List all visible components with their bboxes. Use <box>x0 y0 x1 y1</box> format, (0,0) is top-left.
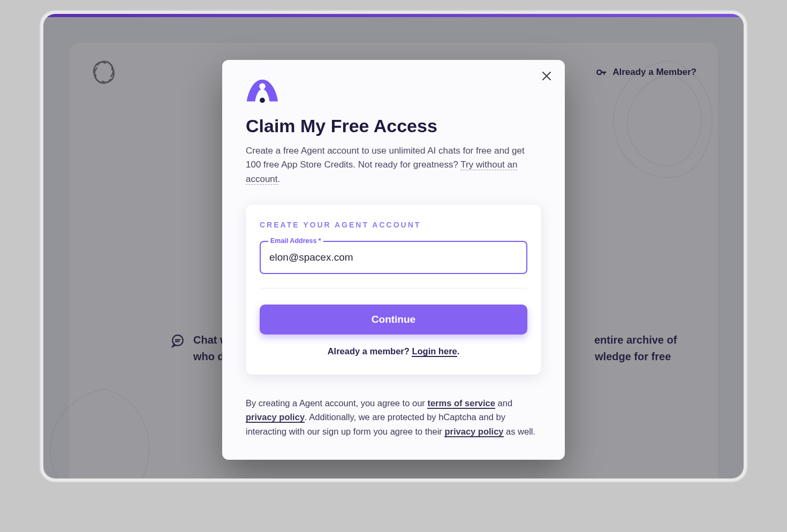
legal-part-b: and <box>495 398 512 408</box>
close-icon <box>542 71 551 81</box>
signup-modal: Claim My Free Access Create a free Agent… <box>222 60 565 460</box>
email-field-wrap: Email Address * <box>260 241 527 274</box>
terms-of-service-link[interactable]: terms of service <box>427 398 495 409</box>
hcaptcha-privacy-link[interactable]: privacy policy <box>444 427 503 437</box>
legal-part-d: as well. <box>504 427 536 436</box>
agent-logo-icon <box>246 78 279 104</box>
continue-button[interactable]: Continue <box>260 305 527 335</box>
login-here-link[interactable]: Login here <box>412 346 457 357</box>
close-button[interactable] <box>538 67 555 85</box>
modal-overlay[interactable]: Claim My Free Access Create a free Agent… <box>43 17 744 478</box>
modal-title: Claim My Free Access <box>246 116 541 136</box>
legal-text: By creating a Agent account, you agree t… <box>246 396 541 438</box>
modal-subtitle: Create a free Agent account to use unlim… <box>246 144 541 186</box>
page-background: Already a Member? Chat with 10 entire ar… <box>43 17 744 478</box>
svg-point-2 <box>260 98 265 103</box>
form-heading: CREATE YOUR AGENT ACCOUNT <box>260 221 527 229</box>
login-prompt: Already a member? <box>328 346 412 356</box>
app-frame: Already a Member? Chat with 10 entire ar… <box>40 11 747 482</box>
email-label: Email Address * <box>268 237 323 245</box>
login-row: Already a member? Login here. <box>260 346 527 356</box>
svg-point-3 <box>259 83 266 89</box>
legal-part-a: By creating a Agent account, you agree t… <box>246 398 427 408</box>
privacy-policy-link[interactable]: privacy policy <box>246 412 305 423</box>
email-input[interactable] <box>261 242 526 273</box>
form-divider <box>260 288 527 288</box>
signup-form-card: CREATE YOUR AGENT ACCOUNT Email Address … <box>246 204 541 375</box>
